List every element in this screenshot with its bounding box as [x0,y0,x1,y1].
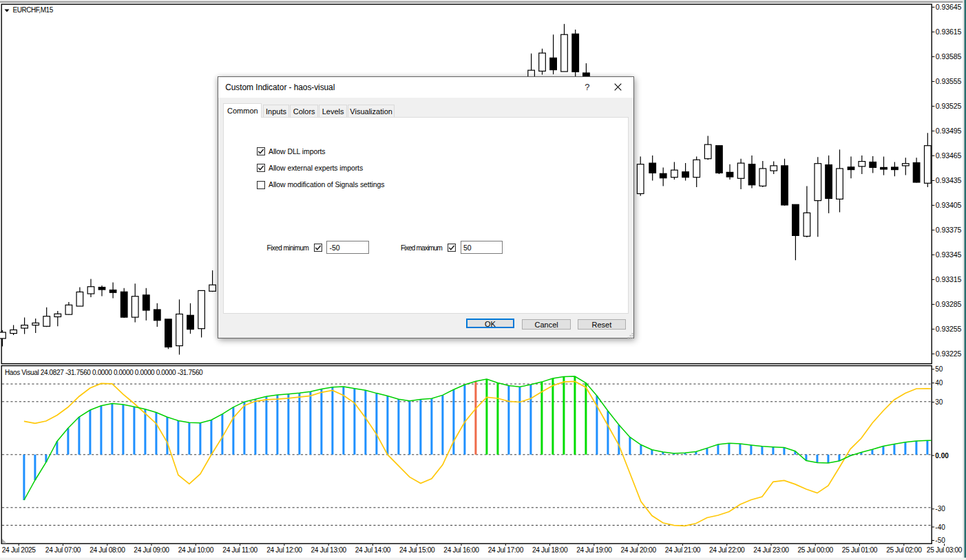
svg-text:0.93255: 0.93255 [936,325,962,333]
svg-text:30: 30 [935,398,943,406]
svg-text:25 Jul 00:00: 25 Jul 00:00 [798,546,834,554]
svg-text:0.93225: 0.93225 [936,349,962,358]
svg-text:24 Jul 23:00: 24 Jul 23:00 [753,546,789,554]
svg-text:24 Jul 15:00: 24 Jul 15:00 [399,546,435,554]
svg-text:24 Jul 09:00: 24 Jul 09:00 [134,546,169,554]
svg-text:24 Jul 11:00: 24 Jul 11:00 [222,546,258,554]
svg-text:24 Jul 07:00: 24 Jul 07:00 [45,546,81,554]
svg-text:24 Jul 22:00: 24 Jul 22:00 [709,546,745,554]
svg-text:24 Jul 16:00: 24 Jul 16:00 [443,546,479,554]
svg-text:0.93525: 0.93525 [936,102,962,110]
svg-text:24 Jul 2025: 24 Jul 2025 [2,546,36,554]
svg-text:24 Jul 14:00: 24 Jul 14:00 [355,546,391,554]
svg-text:0.00: 0.00 [935,452,949,460]
svg-text:24 Jul 20:00: 24 Jul 20:00 [620,546,656,554]
svg-text:0.93405: 0.93405 [936,201,962,209]
svg-text:24 Jul 13:00: 24 Jul 13:00 [311,546,347,554]
svg-text:24 Jul 18:00: 24 Jul 18:00 [532,546,568,554]
svg-text:0.93555: 0.93555 [936,77,962,85]
svg-text:24 Jul 19:00: 24 Jul 19:00 [576,546,612,554]
svg-text:EURCHF,M15: EURCHF,M15 [13,6,54,14]
svg-text:25 Jul 02:00: 25 Jul 02:00 [886,546,922,554]
svg-text:0.93315: 0.93315 [936,275,962,283]
svg-text:0.93285: 0.93285 [936,300,962,308]
svg-text:24 Jul 12:00: 24 Jul 12:00 [266,546,302,554]
svg-text:24 Jul 21:00: 24 Jul 21:00 [665,546,701,554]
svg-text:-50: -50 [935,537,945,544]
svg-text:-30: -30 [935,505,945,513]
svg-text:24 Jul 10:00: 24 Jul 10:00 [178,546,214,554]
svg-text:25 Jul 03:00: 25 Jul 03:00 [927,546,963,554]
svg-text:0.93375: 0.93375 [936,226,962,234]
svg-text:0.93345: 0.93345 [936,250,962,259]
svg-text:25 Jul 01:00: 25 Jul 01:00 [842,546,878,554]
svg-text:0.93435: 0.93435 [936,176,962,184]
svg-text:40: 40 [935,379,943,387]
svg-text:0.93645: 0.93645 [936,3,962,11]
svg-text:0.93465: 0.93465 [936,151,962,160]
svg-text:Haos Visual 24.0827 -31.7560 0: Haos Visual 24.0827 -31.7560 0.0000 0.00… [5,369,203,376]
svg-text:0.93615: 0.93615 [936,28,962,36]
svg-text:0.93495: 0.93495 [936,127,962,135]
svg-text:24 Jul 17:00: 24 Jul 17:00 [488,546,524,554]
svg-text:24 Jul 08:00: 24 Jul 08:00 [90,546,125,554]
svg-text:-40: -40 [935,524,945,531]
svg-text:0.93585: 0.93585 [936,52,962,61]
svg-text:50: 50 [935,365,943,373]
